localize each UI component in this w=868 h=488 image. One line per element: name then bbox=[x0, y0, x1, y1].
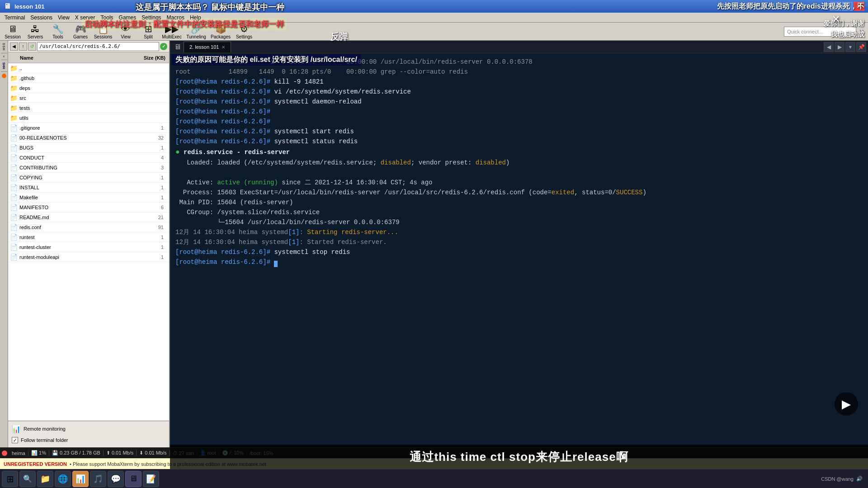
file-list-item[interactable]: 📁.. bbox=[8, 63, 169, 73]
file-list-item[interactable]: 📄runtest1 bbox=[8, 232, 169, 242]
file-list-item[interactable]: 📁src bbox=[8, 93, 169, 103]
menu-settings[interactable]: Settings bbox=[139, 14, 164, 21]
minimize-btn[interactable]: ─ bbox=[830, 2, 841, 11]
play-btn[interactable]: ▶ bbox=[835, 392, 858, 416]
sessions-btn2[interactable]: 📋 Sessions bbox=[92, 23, 114, 39]
taskbar-chrome[interactable]: 🌐 bbox=[55, 471, 71, 487]
side-tool-macro[interactable]: SHH bbox=[2, 61, 5, 70]
title-bar: 🖥 lesson 101 ─ □ ✕ bbox=[0, 0, 868, 13]
terminal-tab-nav-btns: ◀ ▶ ▾ 📌 bbox=[824, 42, 866, 52]
file-list-item[interactable]: 📄runtest-cluster1 bbox=[8, 242, 169, 252]
terminal-line: [root@heima redis-6.2.6]# bbox=[175, 107, 863, 117]
toolbar-close[interactable]: ✕ bbox=[857, 27, 866, 36]
terminal-line: 12月 14 16:30:04 heima systemd[1]: Starte… bbox=[175, 238, 863, 247]
file-list-item[interactable]: 📄redis.conf91 bbox=[8, 222, 169, 232]
file-list-item[interactable]: 📄runtest-moduleapi1 bbox=[8, 252, 169, 262]
menu-view[interactable]: View bbox=[55, 14, 72, 21]
file-list-item[interactable]: 📄COPYING1 bbox=[8, 173, 169, 183]
terminal-tab-label: 2. lesson 101 bbox=[189, 44, 219, 50]
taskbar-ppt[interactable]: 📊 bbox=[72, 471, 89, 487]
col-size-header[interactable]: Size (KB) bbox=[137, 55, 169, 61]
terminal-line: [root@heima redis-6.2.6]# systemctl star… bbox=[175, 127, 863, 136]
menu-sessions[interactable]: Sessions bbox=[28, 14, 55, 21]
remote-monitoring[interactable]: 📊 Remote monitoring bbox=[10, 423, 167, 435]
tab-pin-btn[interactable]: 📌 bbox=[856, 42, 866, 52]
file-list-item[interactable]: 📄MANIFESTO6 bbox=[8, 202, 169, 212]
side-tool-dot[interactable] bbox=[2, 74, 6, 78]
taskbar-app3[interactable]: 📝 bbox=[143, 471, 159, 487]
col-name-header[interactable]: Name bbox=[8, 55, 137, 61]
menu-xserver[interactable]: X server bbox=[72, 14, 98, 21]
file-list-item[interactable]: 📄.gitignore1 bbox=[8, 123, 169, 133]
file-list-item[interactable]: 📁.github bbox=[8, 73, 169, 83]
file-list-item[interactable]: 📄00-RELEASENOTES32 bbox=[8, 133, 169, 143]
tab-nav-right[interactable]: ▶ bbox=[835, 42, 844, 52]
settings-btn2[interactable]: ⚙ Settings bbox=[233, 23, 255, 39]
tab-nav-left[interactable]: ◀ bbox=[824, 42, 834, 52]
menu-macros[interactable]: Macros bbox=[164, 14, 187, 21]
address-ok[interactable]: ✓ bbox=[160, 43, 167, 50]
file-list-item[interactable]: 📄INSTALL1 bbox=[8, 183, 169, 192]
side-tools: SSH ≈ SHH bbox=[0, 41, 8, 447]
nav-back[interactable]: ◀ bbox=[10, 42, 18, 51]
side-tool-ssh[interactable]: SSH bbox=[2, 42, 5, 52]
terminal-line: [root@heima redis-6.2.6]# systemctl stop… bbox=[175, 248, 863, 257]
side-tool-sftp[interactable]: ≈ bbox=[2, 54, 5, 59]
file-list-item[interactable]: 📄BUGS1 bbox=[8, 143, 169, 153]
file-list-item[interactable]: 📄CONTRIBUTING3 bbox=[8, 163, 169, 173]
taskbar: ⊞ 🔍 📁 🌐 📊 🎵 💬 🖥 📝 CSDN @wang 🔊 bbox=[0, 469, 868, 488]
taskbar-app2[interactable]: 💬 bbox=[108, 471, 124, 487]
games-btn[interactable]: 🎮 Games bbox=[70, 23, 91, 39]
status-mem: 💾 0.23 GB / 1.78 GB bbox=[49, 450, 104, 456]
split-btn[interactable]: ⊞ Split bbox=[137, 23, 159, 39]
address-input[interactable] bbox=[37, 42, 159, 51]
nav-up[interactable]: ↑ bbox=[19, 42, 27, 51]
menu-help[interactable]: Help bbox=[187, 14, 204, 21]
side-tool-sep3 bbox=[1, 71, 7, 72]
tunneling-btn[interactable]: 🔗 Tunneling bbox=[184, 23, 208, 39]
file-list-item[interactable]: 📁deps bbox=[8, 83, 169, 93]
file-list-item[interactable]: 📄CONDUCT4 bbox=[8, 153, 169, 163]
terminal-tab-close[interactable]: ✕ bbox=[222, 45, 225, 50]
file-list-item[interactable]: 📁utils bbox=[8, 113, 169, 123]
terminal-line: 12月 14 16:30:04 heima systemd[1]: Starti… bbox=[175, 228, 863, 237]
file-list-container: 📁..📁.github📁deps📁src📁tests📁utils📄.gitign… bbox=[8, 63, 169, 421]
file-list-item[interactable]: 📄README.md21 bbox=[8, 212, 169, 222]
close-btn[interactable]: ✕ bbox=[854, 2, 864, 11]
multiexec-btn[interactable]: ▶▶ MultiExec bbox=[160, 23, 184, 39]
nav-refresh[interactable]: ↺ bbox=[28, 42, 36, 51]
taskbar-search[interactable]: 🔍 bbox=[19, 471, 36, 487]
menu-terminal[interactable]: Terminal bbox=[2, 14, 28, 21]
terminal-line: ● redis.service - redis-server bbox=[175, 147, 863, 158]
view-btn[interactable]: 👁 View bbox=[115, 24, 137, 39]
monitor-icon: 📊 bbox=[12, 425, 21, 433]
terminal-line: root 14821 1 0 15:37 ? 00:00:00 /usr/loc… bbox=[175, 57, 863, 67]
tab-nav-menu[interactable]: ▾ bbox=[845, 42, 855, 52]
taskbar-terminal[interactable]: 🖥 bbox=[125, 471, 142, 487]
terminal-tab-active[interactable]: 2. lesson 101 ✕ bbox=[184, 42, 231, 52]
menu-tools[interactable]: Tools bbox=[98, 14, 116, 21]
servers-btn[interactable]: 🖧 Servers bbox=[24, 24, 46, 39]
caption-text: 通过this time ctl stop来停止release啊 bbox=[410, 449, 628, 465]
taskbar-start[interactable]: ⊞ bbox=[2, 471, 18, 487]
taskbar-volume[interactable]: 🔊 bbox=[856, 476, 863, 482]
taskbar-file[interactable]: 📁 bbox=[37, 471, 53, 487]
terminal-line: Process: 15603 ExecStart=/usr/local/bin/… bbox=[175, 188, 863, 197]
terminal-line: └─15604 /usr/local/bin/redis-server 0.0.… bbox=[175, 218, 863, 227]
follow-terminal-row[interactable]: ✓ Follow terminal folder bbox=[10, 435, 167, 446]
packages-btn[interactable]: 📦 Packages bbox=[209, 23, 232, 39]
file-list-item[interactable]: 📁tests bbox=[8, 103, 169, 113]
quick-connect[interactable]: Quick connect... bbox=[784, 27, 856, 37]
address-bar: ◀ ↑ ↺ ✓ bbox=[8, 41, 169, 52]
menu-games[interactable]: Games bbox=[116, 14, 139, 21]
taskbar-app1[interactable]: 🎵 bbox=[90, 471, 106, 487]
terminal-output[interactable]: root 14821 1 0 15:37 ? 00:00:00 /usr/loc… bbox=[170, 53, 868, 447]
maximize-btn[interactable]: □ bbox=[842, 2, 853, 11]
tools-btn[interactable]: 🔧 Tools bbox=[47, 23, 69, 39]
session-btn[interactable]: 🖥 Session bbox=[2, 24, 24, 39]
follow-terminal-checkbox[interactable]: ✓ bbox=[12, 437, 18, 443]
terminal-line: [root@heima redis-6.2.6]# bbox=[175, 258, 863, 267]
taskbar-right: CSDN @wang 🔊 bbox=[821, 476, 866, 482]
top-close-x[interactable]: ✕ bbox=[832, 14, 840, 25]
file-list-item[interactable]: 📄Makefile1 bbox=[8, 192, 169, 202]
